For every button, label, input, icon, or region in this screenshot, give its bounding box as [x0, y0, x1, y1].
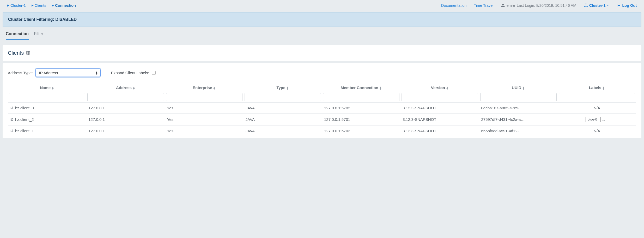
cell-uuid: 0dcba107-a885-47c5-… — [479, 103, 558, 114]
breadcrumb-label: Cluster-1 — [10, 3, 26, 8]
sitemap-icon — [584, 3, 588, 8]
column-filter-input[interactable] — [166, 93, 242, 101]
cell-enterprise: Yes — [165, 114, 244, 126]
column-filter-input[interactable] — [559, 93, 635, 101]
client-name-cell[interactable]: hz.client_0 — [10, 106, 84, 110]
cell-type: JAVA — [244, 126, 322, 136]
client-name-cell[interactable]: hz.client_1 — [10, 129, 84, 133]
sort-icon: ▲▼ — [51, 86, 54, 90]
column-filter-input[interactable] — [87, 93, 164, 101]
table-row: hz.client_1127.0.0.1YesJAVA127.0.0.1:570… — [8, 126, 636, 136]
column-filter-input[interactable] — [245, 93, 321, 101]
cell-type: JAVA — [244, 114, 322, 126]
column-filter-input[interactable] — [402, 93, 478, 101]
client-name-cell[interactable]: hz.client_2 — [10, 117, 84, 122]
cluster-selector[interactable]: Cluster-1 ▼ — [584, 3, 609, 8]
filtering-status-banner: Cluster Client Filtering: DISABLED — [3, 12, 641, 27]
table-header-row: Name▲▼Address▲▼Enterprise▲▼Type▲▼Member … — [8, 83, 636, 92]
cell-member: 127.0.0.1:5701 — [322, 114, 400, 126]
top-right-controls: Documentation Time Travel emre Last Logi… — [441, 3, 637, 8]
page-title: Clients — [8, 50, 636, 56]
caret-down-icon: ▼ — [607, 4, 609, 7]
cluster-name: Cluster-1 — [589, 3, 606, 8]
caret-right-icon: ▶ — [7, 4, 9, 7]
documentation-link[interactable]: Documentation — [441, 3, 467, 8]
column-header-label: Version — [431, 85, 445, 90]
clients-table-panel: Address Type: IP Address ▲▼ Expand Clien… — [3, 63, 641, 138]
last-login-text: Last Login: 8/20/2019, 10:51:46 AM — [517, 3, 576, 8]
cell-enterprise: Yes — [165, 126, 244, 136]
sort-icon: ▲▼ — [213, 86, 216, 90]
breadcrumb-item[interactable]: ▶Cluster-1 — [7, 3, 26, 8]
cell-labels: blue-0... — [558, 114, 636, 126]
breadcrumb-label: Clients — [35, 3, 46, 8]
cell-type: JAVA — [244, 103, 322, 114]
column-filter-input[interactable] — [480, 93, 557, 101]
client-name: hz.client_0 — [15, 106, 34, 110]
caret-right-icon: ▶ — [32, 4, 34, 7]
address-type-label: Address Type: — [8, 71, 33, 75]
address-type-select[interactable]: IP Address — [35, 68, 101, 77]
caret-right-icon: ▶ — [52, 4, 54, 7]
user-info: emre Last Login: 8/20/2019, 10:51:46 AM — [501, 3, 576, 8]
column-header-label: Name — [40, 85, 51, 90]
column-filter-input[interactable] — [323, 93, 399, 101]
cell-member: 127.0.0.1:5702 — [322, 103, 400, 114]
client-name: hz.client_2 — [15, 117, 34, 122]
cell-address: 127.0.0.1 — [86, 126, 165, 136]
expand-labels-checkbox[interactable] — [152, 71, 156, 75]
page-title-text: Clients — [8, 50, 24, 56]
cell-version: 3.12.3-SNAPSHOT — [400, 114, 479, 126]
table-filter-row — [8, 92, 636, 103]
column-header[interactable]: UUID▲▼ — [479, 83, 558, 92]
column-header[interactable]: Labels▲▼ — [558, 83, 636, 92]
cell-uuid: 655bf8ed-6591-4d12-… — [479, 126, 558, 136]
column-header-label: UUID — [512, 85, 521, 90]
tabs: ConnectionFilter — [0, 27, 644, 40]
breadcrumb: ▶Cluster-1▶Clients▶Connection — [7, 3, 76, 8]
clients-header-panel: Clients — [3, 45, 641, 61]
sort-icon: ▲▼ — [522, 86, 525, 90]
external-link-icon — [10, 129, 14, 133]
tab-connection[interactable]: Connection — [6, 32, 29, 40]
sort-icon: ▲▼ — [286, 86, 289, 90]
table-controls: Address Type: IP Address ▲▼ Expand Clien… — [8, 68, 636, 77]
cell-address: 127.0.0.1 — [86, 114, 165, 126]
sort-icon: ▲▼ — [602, 86, 605, 90]
book-icon — [26, 51, 31, 55]
column-header-label: Enterprise — [193, 85, 212, 90]
label-tag[interactable]: ... — [600, 117, 607, 122]
cell-version: 3.12.3-SNAPSHOT — [400, 103, 479, 114]
cell-version: 3.12.3-SNAPSHOT — [400, 126, 479, 136]
clients-table: Name▲▼Address▲▼Enterprise▲▼Type▲▼Member … — [8, 83, 636, 136]
table-row: hz.client_2127.0.0.1YesJAVA127.0.0.1:570… — [8, 114, 636, 126]
breadcrumb-item[interactable]: ▶Clients — [32, 3, 46, 8]
label-tag[interactable]: blue-0 — [586, 117, 599, 122]
cell-member: 127.0.0.1:5702 — [322, 126, 400, 136]
column-header-label: Member Connection — [341, 85, 378, 90]
column-header[interactable]: Address▲▼ — [86, 83, 165, 92]
column-filter-input[interactable] — [9, 93, 85, 101]
client-name: hz.client_1 — [15, 129, 34, 133]
sort-icon: ▲▼ — [446, 86, 449, 90]
cell-labels: N/A — [558, 103, 636, 114]
column-header[interactable]: Version▲▼ — [400, 83, 479, 92]
column-header[interactable]: Member Connection▲▼ — [322, 83, 400, 92]
column-header[interactable]: Enterprise▲▼ — [165, 83, 244, 92]
time-travel-link[interactable]: Time Travel — [474, 3, 493, 8]
cell-labels: N/A — [558, 126, 636, 136]
column-header[interactable]: Name▲▼ — [8, 83, 86, 92]
sort-icon: ▲▼ — [132, 86, 135, 90]
cell-address: 127.0.0.1 — [86, 103, 165, 114]
logout-label: Log Out — [622, 3, 637, 8]
logout-button[interactable]: Log Out — [616, 3, 637, 8]
cell-enterprise: Yes — [165, 103, 244, 114]
column-header-label: Labels — [589, 85, 602, 90]
cell-uuid: 27597df7-d431-4c2a-a… — [479, 114, 558, 126]
breadcrumb-item[interactable]: ▶Connection — [52, 3, 76, 8]
expand-labels-label: Expand Client Labels: — [111, 71, 149, 75]
user-icon — [501, 3, 505, 8]
external-link-icon — [10, 106, 14, 110]
column-header[interactable]: Type▲▼ — [244, 83, 322, 92]
tab-filter[interactable]: Filter — [34, 32, 43, 40]
